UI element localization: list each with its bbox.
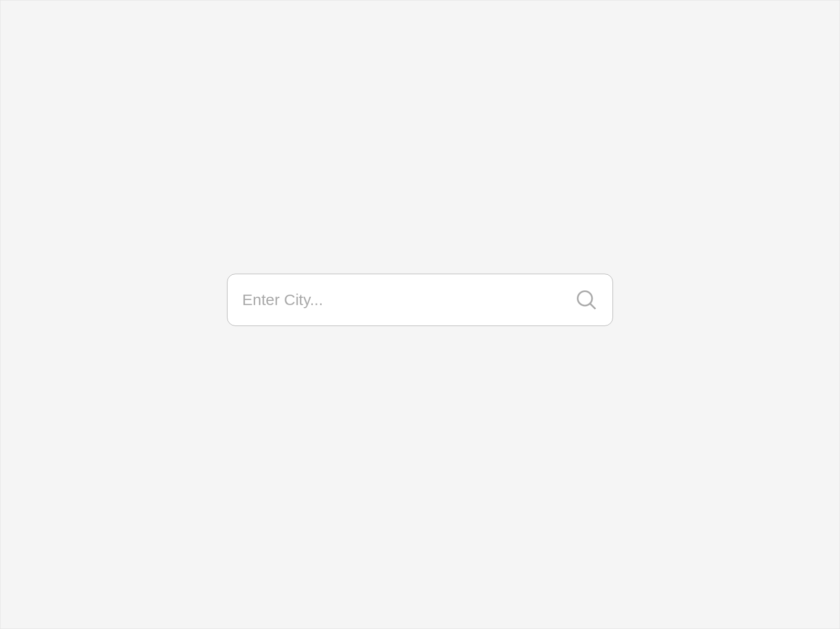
svg-line-1 xyxy=(590,304,595,309)
search-button[interactable] xyxy=(575,288,598,311)
search-container xyxy=(227,274,613,326)
city-search-input[interactable] xyxy=(242,291,575,309)
search-icon xyxy=(575,288,598,311)
svg-point-0 xyxy=(578,291,593,306)
